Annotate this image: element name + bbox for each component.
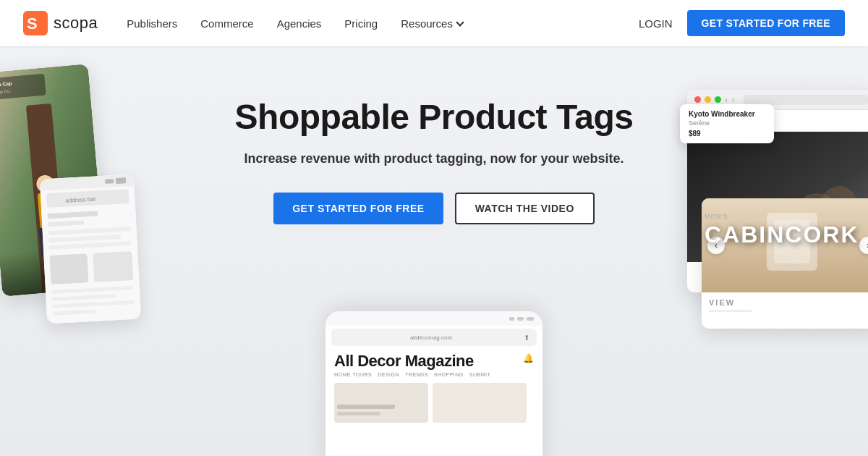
carousel-info: VIEW <box>702 292 868 329</box>
phone-status-bar <box>326 311 542 326</box>
hero-title: Shoppable Product Tags <box>235 97 634 137</box>
browser-hero-image: MEN'S CABINCORK <box>687 132 868 262</box>
share-icon: ⬆ <box>524 334 529 342</box>
browser-overlay-text: MEN'S CABINCORK <box>696 206 868 253</box>
hero-section: Path Cap Sunny Co. address bar <box>0 46 868 456</box>
nav-links: Publishers Commerce Agencies Pricing Res… <box>127 17 639 30</box>
nav-commerce[interactable]: Commerce <box>200 17 253 30</box>
nav-cta-button[interactable]: GET STARTED FOR FREE <box>687 10 845 36</box>
carousel-progress-bar <box>709 310 752 312</box>
mag-nav-submit: SUBMIT <box>469 372 490 377</box>
nav-pricing[interactable]: Pricing <box>344 17 378 30</box>
product-tag-tooltip: Kyoto Windbreaker Serène $89 <box>680 104 774 143</box>
mag-nav-shopping: SHOPPING <box>434 372 464 377</box>
left-ui-svg: address bar <box>40 174 141 324</box>
mag-nav-design: DESIGN <box>378 372 399 377</box>
svg-rect-13 <box>105 179 114 184</box>
svg-rect-23 <box>93 251 133 282</box>
battery-indicator <box>527 317 534 321</box>
svg-rect-29 <box>433 383 527 423</box>
logo-icon: S <box>23 11 48 35</box>
mag-nav-trends: TRENDS <box>405 372 428 377</box>
browser-address-bar[interactable] <box>744 95 868 105</box>
carousel-view-label: VIEW <box>709 298 868 307</box>
magazine-title: All Decor Magazine <box>334 353 534 369</box>
address-text: alldecomag.com <box>339 334 524 341</box>
hero-buttons: GET STARTED FOR FREE WATCH THE VIDEO <box>273 193 595 224</box>
magazine-header: 🔔 All Decor Magazine HOME TOURS DESIGN T… <box>326 349 542 380</box>
hero-cta-button[interactable]: GET STARTED FOR FREE <box>273 193 443 224</box>
nav-resources[interactable]: Resources <box>401 17 463 30</box>
svg-rect-30 <box>337 405 395 409</box>
mockup-left-ui: address bar VIEWS <box>40 174 141 324</box>
browser-nav-buttons: ‹ › <box>725 96 734 104</box>
navigation: S scopa Publishers Commerce Agencies Pri… <box>0 0 868 46</box>
logo-text: scopa <box>54 14 98 33</box>
wifi-indicator <box>517 317 524 321</box>
mockup-center-phone: alldecomag.com ⬆ 🔔 All Decor Magazine HO… <box>326 311 542 456</box>
logo-link[interactable]: S scopa <box>23 11 98 35</box>
chevron-down-icon <box>456 18 464 26</box>
svg-rect-31 <box>337 412 380 415</box>
browser-forward-icon[interactable]: › <box>732 96 735 104</box>
svg-rect-28 <box>334 383 428 423</box>
browser-section-label: MEN'S <box>705 213 859 220</box>
magazine-nav: HOME TOURS DESIGN TRENDS SHOPPING SUBMIT <box>334 372 534 377</box>
browser-minimize-dot <box>705 96 711 103</box>
phone-address-bar: alldecomag.com ⬆ <box>331 329 537 346</box>
browser-maximize-dot <box>715 96 721 103</box>
svg-rect-14 <box>116 177 126 184</box>
browser-close-dot <box>694 96 701 103</box>
bell-icon: 🔔 <box>523 353 534 363</box>
hero-video-button[interactable]: WATCH THE VIDEO <box>455 193 595 224</box>
nav-publishers[interactable]: Publishers <box>127 17 177 30</box>
magazine-content-svg <box>334 383 534 426</box>
browser-brand-text: CABINCORK <box>705 223 859 246</box>
browser-back-icon[interactable]: ‹ <box>725 96 728 104</box>
svg-rect-22 <box>49 253 88 284</box>
nav-right: LOGIN GET STARTED FOR FREE <box>639 10 845 36</box>
magazine-content-area <box>326 380 542 432</box>
signal-indicator <box>509 317 514 321</box>
hero-subtitle: Increase revenue with product tagging, n… <box>244 151 624 166</box>
login-button[interactable]: LOGIN <box>639 17 673 30</box>
svg-text:S: S <box>27 14 38 33</box>
product-tag-brand: Serène <box>689 119 765 127</box>
mag-nav-home: HOME TOURS <box>334 372 372 377</box>
product-tag-name: Kyoto Windbreaker <box>689 110 765 118</box>
product-tag-price: $89 <box>689 130 765 138</box>
nav-agencies[interactable]: Agencies <box>277 17 322 30</box>
